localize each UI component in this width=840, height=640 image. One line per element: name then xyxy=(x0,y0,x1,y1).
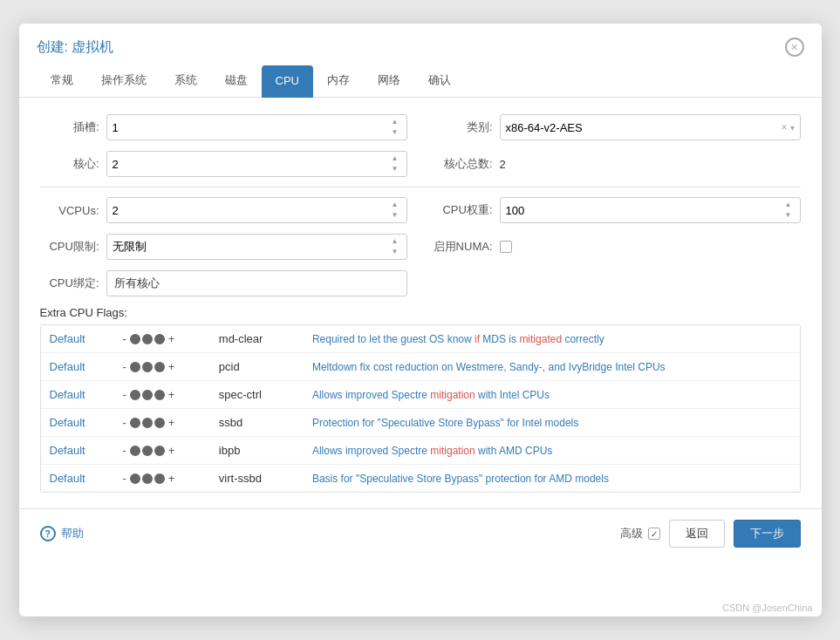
flag-name: ssbd xyxy=(210,409,304,437)
slot-up[interactable]: ▲ xyxy=(389,117,401,127)
toggle-circle xyxy=(130,446,140,456)
cpu-weight-label: CPU权重: xyxy=(434,202,493,218)
toggle-circle xyxy=(154,362,165,372)
flag-desc: Basis for "Speculative Store Bypass" pro… xyxy=(304,465,800,493)
flag-name: md-clear xyxy=(210,325,304,353)
flag-default-label[interactable]: Default xyxy=(41,465,113,493)
toggle-circle xyxy=(142,362,153,372)
flag-toggle[interactable]: - + xyxy=(112,353,209,380)
dialog-footer: ? 帮助 高级 ✓ 返回 下一步 xyxy=(19,508,822,558)
toggle-minus[interactable]: - xyxy=(120,360,127,373)
flag-name: ibpb xyxy=(210,437,304,465)
toggle-circle xyxy=(154,473,165,484)
toggle-plus[interactable]: + xyxy=(167,472,177,485)
advanced-checkbox[interactable]: ✓ xyxy=(648,528,660,540)
vcpus-row: VCPUs: ▲ ▼ xyxy=(40,196,407,224)
close-button[interactable]: × xyxy=(785,37,804,57)
toggle-circle xyxy=(130,334,140,344)
core-down[interactable]: ▼ xyxy=(389,164,401,174)
toggle-minus[interactable]: - xyxy=(120,444,127,457)
toggle-circle xyxy=(130,473,140,484)
type-clear-icon[interactable]: × xyxy=(778,121,789,133)
core-up[interactable]: ▲ xyxy=(389,153,401,164)
next-button[interactable]: 下一步 xyxy=(734,520,801,548)
tab-确认[interactable]: 确认 xyxy=(414,65,465,98)
toggle-circles xyxy=(130,446,165,456)
tab-系统[interactable]: 系统 xyxy=(160,65,211,98)
cpu-limit-wrap: ▲ ▼ xyxy=(106,234,407,260)
cpu-weight-wrap: ▲ ▼ xyxy=(500,197,801,223)
toggle-circles xyxy=(130,334,165,344)
vcpus-up[interactable]: ▲ xyxy=(389,200,401,210)
core-input[interactable] xyxy=(113,158,389,171)
cpu-weight-up[interactable]: ▲ xyxy=(782,200,795,210)
toggle-plus[interactable]: + xyxy=(167,416,177,429)
flag-toggle[interactable]: - + xyxy=(112,437,209,464)
numa-row: 启用NUMA: xyxy=(434,233,801,261)
tab-操作系统[interactable]: 操作系统 xyxy=(87,65,160,98)
slot-input[interactable] xyxy=(113,121,389,134)
cpu-limit-up[interactable]: ▲ xyxy=(389,236,401,247)
form-section-2: VCPUs: ▲ ▼ CPU权重: ▲ ▼ xyxy=(40,196,801,297)
flags-table-wrap: Default - + md-clearRequired to let the … xyxy=(40,324,801,493)
cpu-limit-down[interactable]: ▼ xyxy=(389,247,401,257)
flag-default-label[interactable]: Default xyxy=(41,437,113,465)
slot-down[interactable]: ▼ xyxy=(389,127,401,138)
toggle-plus[interactable]: + xyxy=(167,444,177,457)
toggle-minus[interactable]: - xyxy=(120,472,127,485)
numa-checkbox[interactable] xyxy=(500,241,512,253)
toggle-plus[interactable]: + xyxy=(167,332,177,345)
cpu-limit-label: CPU限制: xyxy=(40,239,99,255)
slot-label: 插槽: xyxy=(40,119,99,135)
cpu-bind-label: CPU绑定: xyxy=(40,276,99,291)
type-row: 类别: x86-64-v2-AES × ▾ xyxy=(434,113,801,141)
core-label: 核心: xyxy=(40,156,99,172)
help-label[interactable]: 帮助 xyxy=(61,526,84,541)
cpu-weight-down[interactable]: ▼ xyxy=(782,210,795,221)
flag-toggle[interactable]: - + xyxy=(112,465,209,492)
flag-toggle[interactable]: - + xyxy=(112,325,209,352)
flag-desc: Meltdown fix cost reduction on Westmere,… xyxy=(304,353,800,381)
cpu-limit-input[interactable] xyxy=(113,241,389,254)
toggle-minus[interactable]: - xyxy=(120,332,127,345)
type-arrow-icon[interactable]: ▾ xyxy=(790,123,795,133)
dialog-title-row: 创建: 虚拟机 × xyxy=(37,37,804,57)
flag-default-label[interactable]: Default xyxy=(41,325,113,353)
total-cores-value: 2 xyxy=(500,158,801,171)
flag-default-label[interactable]: Default xyxy=(41,353,113,381)
toggle-plus[interactable]: + xyxy=(167,360,177,373)
flag-default-label[interactable]: Default xyxy=(41,409,113,437)
vcpus-input-wrap: ▲ ▼ xyxy=(106,197,407,223)
tab-内存[interactable]: 内存 xyxy=(313,65,364,98)
back-button[interactable]: 返回 xyxy=(669,520,725,548)
tab-网络[interactable]: 网络 xyxy=(364,65,414,98)
vcpus-input[interactable] xyxy=(113,204,389,217)
toggle-minus[interactable]: - xyxy=(120,388,127,401)
dialog-title: 创建: 虚拟机 xyxy=(37,38,114,57)
tab-常规[interactable]: 常规 xyxy=(37,65,87,98)
flags-table: Default - + md-clearRequired to let the … xyxy=(41,325,800,492)
type-select[interactable]: x86-64-v2-AES × ▾ xyxy=(500,114,801,140)
divider-1 xyxy=(40,187,801,187)
form-section-1: 插槽: ▲ ▼ 类别: x86-64-v2-AES × ▾ xyxy=(40,113,801,178)
toggle-circle xyxy=(130,362,140,372)
cpu-limit-spin: ▲ ▼ xyxy=(389,236,401,257)
tab-CPU[interactable]: CPU xyxy=(262,65,313,98)
help-icon[interactable]: ? xyxy=(40,526,56,541)
toggle-plus[interactable]: + xyxy=(167,388,177,401)
table-row: Default - + ibpbAllows improved Spectre … xyxy=(41,437,800,465)
flag-toggle[interactable]: - + xyxy=(112,381,209,408)
toggle-circle xyxy=(130,418,140,428)
flag-name: virt-ssbd xyxy=(210,465,304,493)
flag-toggle[interactable]: - + xyxy=(112,409,209,436)
create-vm-dialog: 创建: 虚拟机 × 常规操作系统系统磁盘CPU内存网络确认 插槽: ▲ ▼ xyxy=(19,24,822,616)
flag-desc: Protection for "Speculative Store Bypass… xyxy=(304,409,800,437)
toggle-circle xyxy=(142,334,153,344)
slot-spin: ▲ ▼ xyxy=(389,117,401,138)
flag-default-label[interactable]: Default xyxy=(41,381,113,409)
vcpus-down[interactable]: ▼ xyxy=(389,210,401,221)
tab-磁盘[interactable]: 磁盘 xyxy=(211,65,262,98)
toggle-circle xyxy=(154,446,165,456)
toggle-minus[interactable]: - xyxy=(120,416,127,429)
cpu-weight-input[interactable] xyxy=(506,204,782,217)
